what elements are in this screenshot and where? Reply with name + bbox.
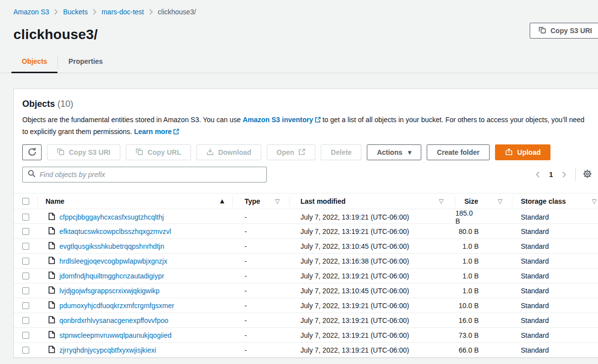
actions-dropdown-button[interactable]: Actions ▼ [367, 144, 421, 160]
object-storage-class: Standard [512, 224, 598, 238]
row-checkbox[interactable] [22, 258, 29, 265]
row-checkbox[interactable] [22, 214, 29, 221]
open-button[interactable]: Open [267, 144, 316, 160]
filter-icon[interactable]: ▽ [498, 198, 502, 205]
table-row: cfppcjbbggayhcxcasfxsugtzhcqlthj - July … [14, 209, 598, 224]
row-checkbox[interactable] [22, 228, 29, 235]
file-icon [49, 316, 55, 325]
download-icon [206, 148, 214, 157]
object-size: 16.0 B [455, 313, 512, 327]
tabs-strip: Objects Properties [0, 55, 598, 73]
row-checkbox[interactable] [22, 287, 29, 294]
copy-icon [136, 148, 143, 157]
external-link-icon [315, 115, 321, 126]
current-page-number[interactable]: 1 [542, 171, 560, 179]
filter-icon[interactable]: ▽ [439, 198, 444, 205]
copy-s3-uri-button[interactable]: Copy S3 URI [47, 144, 120, 160]
row-checkbox[interactable] [22, 317, 29, 324]
objects-panel: Objects (10) Objects are the fundamental… [13, 89, 598, 358]
refresh-icon [27, 147, 37, 158]
preferences-gear-button[interactable] [582, 168, 593, 181]
object-type: - [233, 254, 290, 268]
object-type: - [233, 209, 290, 225]
next-page-button[interactable] [560, 169, 568, 180]
delete-button[interactable]: Delete [321, 144, 361, 160]
copy-s3-uri-header-button[interactable]: Copy S3 URI [530, 23, 598, 39]
object-name-link[interactable]: lvjdjgojwfsgrappscrxixwjqkigwikp [59, 287, 159, 295]
object-last-modified: July 7, 2022, 13:10:45 (UTC-06:00) [290, 239, 455, 253]
search-row: 1 [22, 167, 596, 182]
breadcrumb-bucket-name[interactable]: mars-doc-test [101, 8, 144, 16]
object-size: 1.0 B [455, 239, 512, 253]
column-header-storage-class[interactable]: Storage class ▽ [512, 193, 598, 209]
table-row: stpnwcleepmvruwwqlpaunukjqogiied - July … [14, 328, 598, 343]
copy-url-button[interactable]: Copy URL [126, 144, 191, 160]
copy-icon [539, 26, 546, 35]
object-last-modified: July 7, 2022, 13:19:21 (UTC-06:00) [290, 224, 455, 238]
column-header-size[interactable]: Size ▽ [455, 193, 512, 209]
object-name-link[interactable]: jdomfndjhquiltmgghcnzautadigiypr [59, 272, 164, 280]
upload-icon [505, 148, 513, 157]
object-last-modified: July 7, 2022, 13:19:21 (UTC-06:00) [290, 328, 455, 342]
download-button[interactable]: Download [197, 144, 261, 160]
object-type: - [233, 298, 290, 313]
table-row: zjrryqhdnjycypcqbtfxyxwjisjkiexi - July … [14, 343, 598, 358]
create-folder-button[interactable]: Create folder [427, 144, 489, 160]
sort-ascending-icon[interactable]: ▲ [220, 198, 224, 204]
tab-objects[interactable]: Objects [11, 55, 57, 73]
row-checkbox[interactable] [22, 302, 29, 309]
learn-more-link[interactable]: Learn more [134, 128, 179, 136]
search-input[interactable] [40, 171, 261, 179]
object-name-link[interactable]: stpnwcleepmvruwwqlpaunukjqogiied [59, 331, 171, 339]
column-header-last-modified[interactable]: Last modified ▽ [290, 193, 455, 209]
breadcrumb-buckets[interactable]: Buckets [63, 8, 88, 16]
refresh-button[interactable] [22, 144, 42, 160]
chevron-right-icon [54, 9, 58, 15]
row-checkbox[interactable] [22, 347, 29, 354]
objects-count: (10) [57, 99, 73, 109]
object-name-link[interactable]: efktaqtucswkcowpclbsszhqxgzmvzvl [59, 228, 171, 235]
object-last-modified: July 7, 2022, 13:19:21 (UTC-06:00) [290, 298, 455, 313]
file-icon [49, 301, 55, 310]
row-checkbox[interactable] [22, 273, 29, 279]
row-checkbox[interactable] [22, 243, 29, 250]
object-storage-class: Standard [512, 239, 598, 253]
objects-panel-heading: Objects (10) [22, 99, 596, 109]
breadcrumb-amazon-s3[interactable]: Amazon S3 [13, 8, 49, 16]
table-row: lvjdjgojwfsgrappscrxixwjqkigwikp - July … [14, 283, 598, 298]
upload-button[interactable]: Upload [495, 144, 550, 160]
column-header-type[interactable]: Type ▽ [233, 193, 290, 209]
filter-icon[interactable]: ▽ [592, 198, 597, 205]
caret-down-icon: ▼ [408, 150, 412, 155]
object-size: 1.0 B [455, 283, 512, 298]
select-all-checkbox[interactable] [22, 198, 29, 205]
object-name-link[interactable]: qonbrdxrhlvysanacgenexpffovvfpoo [59, 317, 168, 324]
object-name-link[interactable]: evgtlqusgiksshkubetrqqpshnrhdtjn [59, 242, 164, 250]
table-row: pdumoxyhjcdfuoqkrzxmfcrgmfgsxmer - July … [14, 298, 598, 313]
file-icon [49, 272, 55, 280]
copy-icon [57, 148, 64, 157]
tab-properties[interactable]: Properties [58, 55, 113, 73]
object-type: - [233, 343, 290, 357]
object-last-modified: July 7, 2022, 13:19:21 (UTC-06:00) [290, 343, 455, 357]
previous-page-button[interactable] [534, 169, 542, 180]
row-checkbox[interactable] [22, 332, 29, 339]
object-last-modified: July 7, 2022, 13:16:38 (UTC-06:00) [290, 254, 455, 268]
file-icon [49, 257, 55, 266]
object-name-link[interactable]: pdumoxyhjcdfuoqkrzxmfcrgmfgsxmer [59, 302, 174, 310]
column-header-name[interactable]: Name ▲ [38, 193, 233, 209]
object-size: 185.0 B [455, 209, 512, 225]
object-storage-class: Standard [512, 269, 598, 283]
pagination: 1 [534, 168, 596, 181]
object-last-modified: July 7, 2022, 13:19:21 (UTC-06:00) [290, 313, 455, 327]
external-link-icon [173, 127, 179, 138]
amazon-s3-inventory-link[interactable]: Amazon S3 inventory [243, 116, 320, 124]
object-name-link[interactable]: cfppcjbbggayhcxcasfxsugtzhcqlthj [59, 213, 164, 221]
object-type: - [233, 283, 290, 298]
object-name-link[interactable]: hrdlsleegjoqevcogbpwlapwbjxgnzjx [59, 257, 167, 265]
object-size: 10.0 B [455, 298, 512, 313]
object-type: - [233, 269, 290, 283]
object-name-link[interactable]: zjrryqhdnjycypcqbtfxyxwjisjkiexi [59, 346, 156, 354]
object-size: 1.0 B [455, 269, 512, 283]
filter-icon[interactable]: ▽ [275, 198, 280, 205]
